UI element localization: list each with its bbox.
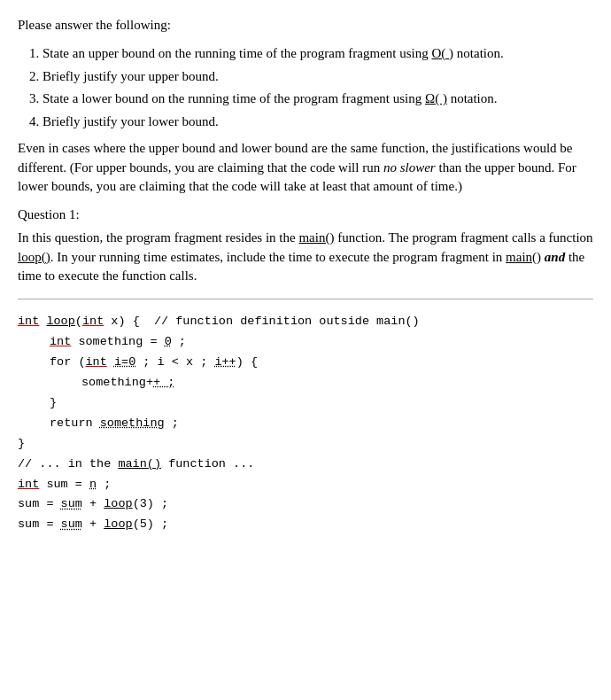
answer-list: State an upper bound on the running time… (43, 44, 593, 132)
main-fn-ref2: main() (506, 250, 541, 264)
loop-call-5: loop (104, 517, 132, 531)
zero-ref-1: 0 (165, 335, 172, 348)
int-kw-2: int (82, 315, 104, 328)
list-item-3: State a lower bound on the running time … (43, 89, 593, 109)
code-line-8: // ... in the main() function ... (18, 455, 593, 475)
int-kw-1: int (18, 315, 39, 328)
something-return: something (100, 416, 165, 430)
loop-fn-ref: loop() (18, 250, 50, 264)
list-item-1: State an upper bound on the running time… (43, 44, 593, 64)
item4-text: Briefly justify your lower bound. (43, 114, 219, 128)
loop-call-3: loop (104, 497, 132, 510)
question1-para: In this question, the program fragment r… (18, 229, 593, 286)
code-block: int loop(int x) { // function definition… (18, 308, 593, 539)
section-divider (18, 299, 593, 299)
i-init: i=0 (114, 355, 135, 369)
i-incr: i++ (214, 355, 236, 369)
sum-ref-2: sum (61, 517, 82, 531)
code-line-3: for (int i=0 ; i < x ; i++) { (18, 353, 593, 373)
item1-rest: notation. (453, 46, 504, 60)
code-line-5: } (18, 393, 593, 414)
please-answer-heading: Please answer the following: (18, 16, 593, 35)
item2-text: Briefly justify your upper bound. (43, 69, 219, 83)
list-item-4: Briefly justify your lower bound. (43, 113, 593, 132)
omega-notation: Ω( ) (425, 91, 447, 105)
main-fn-ref1: main() (298, 230, 334, 245)
item3-rest: notation. (447, 91, 498, 105)
int-kw-3: int (50, 335, 71, 348)
o-notation: O( ) (431, 46, 453, 60)
explanation-para: Even in cases where the upper bound and … (18, 139, 593, 197)
main-fn-comment: main() (118, 457, 161, 471)
sum-ref-1: sum (61, 497, 82, 510)
code-line-4: something++ ; (18, 373, 593, 393)
n-ref: n (89, 478, 97, 491)
code-line-11: sum = sum + loop(5) ; (18, 515, 593, 535)
code-line-7: } (18, 434, 593, 455)
code-line-10: sum = sum + loop(3) ; (18, 494, 593, 515)
code-line-6: return something ; (18, 414, 593, 434)
question1-heading: Question 1: (18, 206, 593, 225)
no-slower-text: no slower (383, 160, 436, 175)
int-kw-5: int (18, 478, 39, 491)
item3-text: State a lower bound on the running time … (43, 91, 425, 105)
item1-text: State an upper bound on the running time… (43, 46, 431, 60)
and-text: and (545, 250, 565, 264)
code-line-2: int something = 0 ; (18, 332, 593, 353)
code-line-9: int sum = n ; (18, 475, 593, 495)
int-kw-4: int (86, 355, 107, 369)
list-item-2: Briefly justify your upper bound. (43, 67, 593, 87)
loop-fn-def: loop (46, 315, 74, 328)
plus-eq: + ; (153, 376, 174, 389)
code-line-1: int loop(int x) { // function definition… (18, 312, 593, 332)
